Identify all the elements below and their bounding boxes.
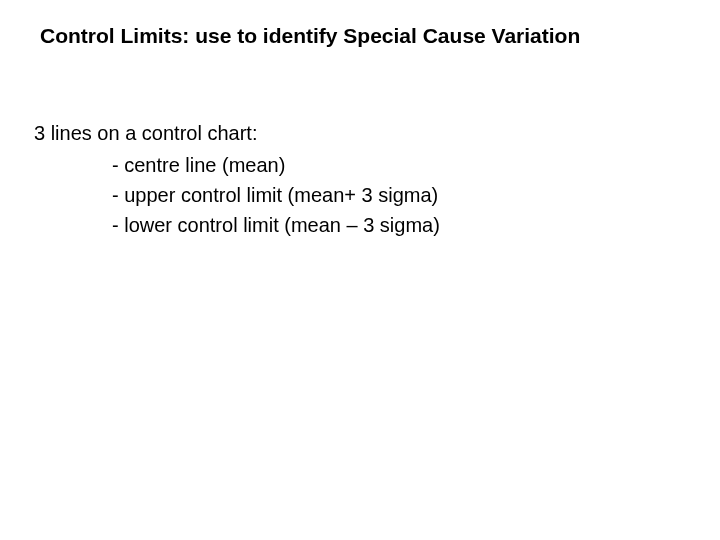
bullet-item: - upper control limit (mean+ 3 sigma) — [34, 180, 440, 210]
slide-body: 3 lines on a control chart: - centre lin… — [34, 118, 440, 240]
slide-title: Control Limits: use to identify Special … — [40, 24, 580, 48]
bullet-item: - lower control limit (mean – 3 sigma) — [34, 210, 440, 240]
intro-line: 3 lines on a control chart: — [34, 118, 440, 148]
bullet-item: - centre line (mean) — [34, 150, 440, 180]
